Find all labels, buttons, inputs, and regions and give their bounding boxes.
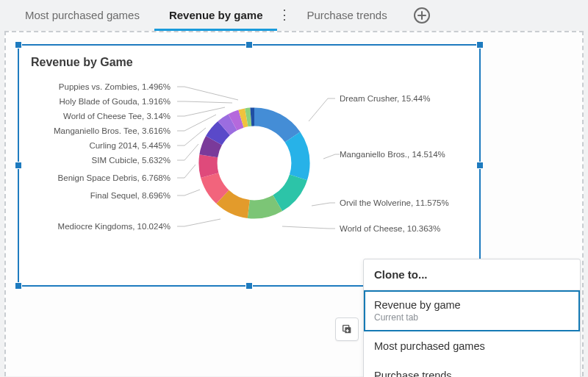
menu-item-label: Purchase trends <box>374 370 570 377</box>
chart-label: Manganiello Bros., 14.514% <box>340 150 445 159</box>
chart-label: Dream Crusher, 15.44% <box>340 94 430 103</box>
panel-title: Revenue by Game <box>19 46 479 69</box>
chart-label: Manganiello Bros. Tee, 3.616% <box>54 126 171 135</box>
chart-label: Curling 2014, 5.445% <box>89 141 171 150</box>
clone-icon <box>341 323 353 335</box>
svg-rect-32 <box>346 330 349 331</box>
donut-chart: Dream Crusher, 15.44%Manganiello Bros., … <box>19 81 479 285</box>
chart-label: Mediocre Kingdoms, 10.024% <box>58 222 171 231</box>
add-tab-button[interactable] <box>412 6 431 25</box>
chart-label: SIM Cubicle, 5.632% <box>92 156 171 165</box>
tab-label: Most purchased games <box>25 9 140 21</box>
plus-circle-icon <box>413 7 431 24</box>
tab-revenue-by-game[interactable]: Revenue by game <box>154 0 278 31</box>
menu-item-label: Most purchased games <box>374 340 570 352</box>
tab-bar: Most purchased games Revenue by game ⋮ P… <box>0 0 588 31</box>
menu-item-label: Revenue by game <box>374 299 570 311</box>
clone-menu-item-purchase-trends[interactable]: Purchase trends <box>364 361 580 377</box>
menu-item-sublabel: Current tab <box>374 312 570 323</box>
clone-menu-item-most-purchased-games[interactable]: Most purchased games <box>364 331 580 361</box>
chart-label: Puppies vs. Zombies, 1.496% <box>59 82 171 91</box>
svg-line-5 <box>323 154 335 159</box>
chart-label: Holy Blade of Gouda, 1.916% <box>59 97 171 106</box>
dashboard-canvas[interactable]: Revenue by Game <box>4 31 584 376</box>
chart-label: Orvil the Wolverine, 11.575% <box>340 198 449 207</box>
clone-menu-header: Clone to... <box>364 259 580 290</box>
tab-label: Purchase trends <box>306 9 387 21</box>
clone-menu: Clone to... Revenue by game Current tab … <box>363 259 581 377</box>
chart-label: World of Cheese, 10.363% <box>340 224 440 233</box>
tab-label: Revenue by game <box>169 9 263 21</box>
donut-svg <box>188 97 320 229</box>
resize-handle-tr[interactable] <box>476 41 484 49</box>
chart-label: Benign Space Debris, 6.768% <box>58 173 171 182</box>
tab-purchase-trends[interactable]: Purchase trends <box>292 0 401 31</box>
donut-holder <box>188 97 320 229</box>
chart-label: Final Sequel, 8.696% <box>90 191 171 200</box>
tab-most-purchased-games[interactable]: Most purchased games <box>10 0 154 31</box>
clone-button[interactable] <box>335 317 359 341</box>
resize-handle-tm[interactable] <box>245 41 253 49</box>
chart-label: World of Cheese Tee, 3.14% <box>63 112 171 121</box>
resize-handle-tl[interactable] <box>15 41 22 49</box>
tab-options-kebab[interactable]: ⋮ <box>277 15 292 16</box>
clone-menu-item-revenue-by-game[interactable]: Revenue by game Current tab <box>364 290 580 331</box>
panel-revenue-by-game[interactable]: Revenue by Game <box>18 44 481 287</box>
